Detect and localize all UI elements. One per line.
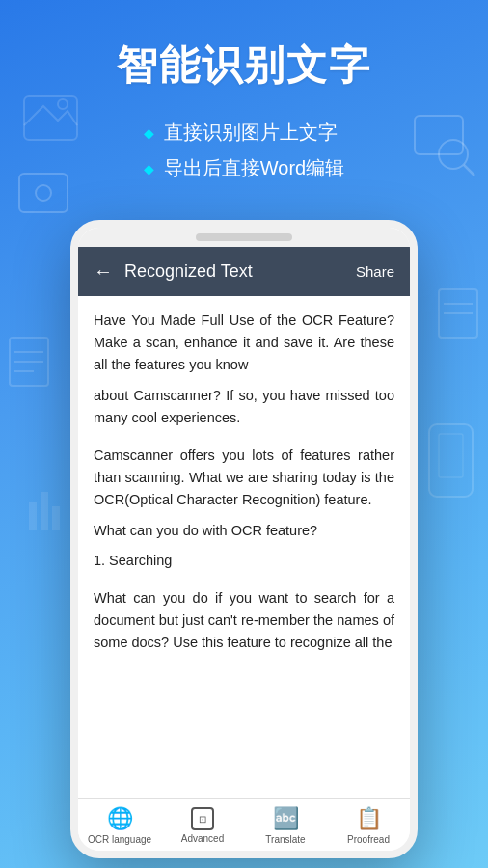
features-list: ◆ 直接识别图片上文字 ◆ 导出后直接Word编辑 [144,120,344,191]
back-button[interactable]: ← [94,260,113,283]
para-1: Have You Made Full Use of the OCR Featur… [94,310,394,377]
translate-label: Translate [265,834,305,845]
phone-notch [78,228,410,247]
feature-text-1: 直接识别图片上文字 [164,120,338,146]
para-6: What can you do if you want to search fo… [94,587,394,655]
phone-mockup: ← Recognized Text Share Have You Made Fu… [0,220,488,858]
proofread-label: Proofread [347,834,390,845]
app-toolbar: 🌐 OCR language ⊡ Advanced 🔤 Translate 📋 … [78,798,410,851]
document-content: Have You Made Full Use of the OCR Featur… [78,296,410,798]
feature-item-1: ◆ 直接识别图片上文字 [144,120,344,146]
app-header: ← Recognized Text Share [78,247,410,296]
phone-frame: ← Recognized Text Share Have You Made Fu… [70,220,418,858]
para-5: 1. Searching [94,550,394,572]
ocr-language-label: OCR language [88,834,151,845]
para-3: Camscanner offers you lots of features r… [94,445,394,512]
translate-icon: 🔤 [273,806,299,831]
ocr-language-icon: 🌐 [107,806,133,831]
diamond-icon-2: ◆ [144,161,154,176]
toolbar-translate[interactable]: 🔤 Translate [244,806,327,845]
para-4: What can you do with OCR feature? [94,520,394,542]
advanced-icon: ⊡ [191,807,214,830]
toolbar-advanced[interactable]: ⊡ Advanced [161,807,244,844]
diamond-icon-1: ◆ [144,125,154,141]
feature-text-2: 导出后直接Word编辑 [164,155,344,181]
header-title: Recognized Text [124,261,253,282]
toolbar-ocr-language[interactable]: 🌐 OCR language [78,806,161,845]
header-left: ← Recognized Text [94,260,253,283]
para-2: about Camscanner? If so, you have missed… [94,385,394,429]
advanced-label: Advanced [181,833,224,844]
proofread-icon: 📋 [356,806,382,831]
page-title: 智能识别文字 [0,39,488,93]
toolbar-proofread[interactable]: 📋 Proofread [327,806,410,845]
feature-item-2: ◆ 导出后直接Word编辑 [144,155,344,181]
share-button[interactable]: Share [356,263,394,280]
notch-bar [196,233,292,241]
